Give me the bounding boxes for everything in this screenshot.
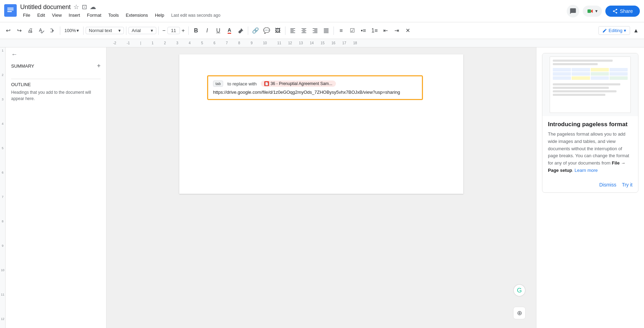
align-left-button[interactable] [288, 25, 298, 36]
menu-view[interactable]: View [49, 12, 64, 19]
font-size-increase[interactable]: + [180, 27, 186, 35]
menu-file[interactable]: File [20, 12, 33, 19]
separator-4 [158, 26, 159, 35]
chip-label: 36 - Prenuptial Agreement Sam... [270, 81, 332, 86]
suggestion-prefix: to replace with [227, 81, 257, 86]
tab-key-hint: tab [213, 81, 223, 87]
editing-mode-button[interactable]: Editing ▾ [598, 26, 630, 35]
bold-button[interactable]: B [191, 25, 201, 36]
menu-help[interactable]: Help [152, 12, 167, 19]
cloud-icon[interactable]: ☁ [90, 3, 96, 11]
undo-button[interactable]: ↩ [3, 25, 13, 36]
doc-title-area: Untitled document ☆ ⊡ ☁ File Edit View I… [20, 3, 567, 19]
svg-rect-3 [7, 11, 12, 12]
bullet-list-button[interactable]: •≡ [358, 25, 369, 36]
preview-line-4 [553, 87, 609, 89]
cell-7 [591, 72, 609, 76]
align-justify-button[interactable] [321, 25, 331, 36]
underline-button[interactable]: U [213, 25, 223, 36]
paint-format-button[interactable] [47, 25, 58, 36]
collapse-toolbar-button[interactable]: ▲ [631, 25, 641, 36]
print-button[interactable]: 🖨 [25, 25, 36, 36]
chat-button[interactable] [567, 5, 579, 17]
folder-icon[interactable]: ⊡ [82, 3, 87, 11]
ruler-content: -2 -1 | 1 2 3 4 5 6 7 8 9 10 11 12 13 14… [110, 41, 644, 45]
doc-title[interactable]: Untitled document [20, 3, 71, 11]
style-select[interactable]: Normal text ▾ [86, 27, 124, 34]
panel-description: The pageless format allows you to add wi… [548, 131, 633, 174]
cell-11 [591, 76, 609, 80]
align-center-button[interactable] [299, 25, 309, 36]
main-area: 12 34 56 78 910 1112 13 ← SUMMARY + OUTL… [0, 47, 644, 328]
menu-row: File Edit View Insert Format Tools Exten… [20, 12, 567, 19]
navigation-button[interactable]: ⊕ [513, 307, 526, 319]
sidebar-summary-section: SUMMARY + [11, 62, 101, 72]
highlight-button[interactable] [235, 25, 246, 36]
svg-rect-1 [7, 8, 14, 9]
menu-tools[interactable]: Tools [105, 12, 121, 19]
svg-rect-0 [4, 4, 17, 17]
align-right-button[interactable] [310, 25, 320, 36]
menu-extensions[interactable]: Extensions [123, 12, 151, 19]
document-page[interactable]: tab to replace with 📄 36 - Prenuptial Ag… [179, 54, 463, 194]
menu-insert[interactable]: Insert [66, 12, 83, 19]
cell-6 [572, 72, 590, 76]
preview-table [553, 68, 628, 80]
preview-line-1 [553, 60, 613, 62]
cell-12 [610, 76, 628, 80]
dismiss-button[interactable]: Dismiss [599, 182, 616, 188]
separator-3 [126, 26, 126, 35]
separator-1 [60, 26, 60, 35]
ruler: -2 -1 | 1 2 3 4 5 6 7 8 9 10 11 12 13 14… [0, 39, 644, 47]
comment-button[interactable]: 💬 [261, 25, 272, 36]
share-button[interactable]: Share [605, 6, 640, 17]
cell-9 [553, 76, 571, 80]
spellcheck-button[interactable] [36, 25, 47, 36]
cell-10 [572, 76, 590, 80]
summary-label: SUMMARY [11, 63, 34, 69]
top-bar: Untitled document ☆ ⊡ ☁ File Edit View I… [0, 0, 644, 22]
style-chevron-icon: ▾ [118, 28, 121, 33]
meet-button[interactable]: ▾ [583, 6, 602, 17]
checklist-button[interactable]: ☑ [347, 25, 358, 36]
clear-formatting-button[interactable]: ✕ [403, 25, 413, 36]
zoom-select[interactable]: 100% ▾ [62, 27, 81, 34]
autocomplete-box[interactable]: tab to replace with 📄 36 - Prenuptial Ag… [207, 75, 423, 100]
left-ruler: 12 34 56 78 910 1112 13 [0, 47, 6, 328]
separator-8 [333, 26, 334, 35]
sidebar-outline-section: OUTLINE Headings that you add to the doc… [11, 82, 101, 102]
drive-doc-icon: 📄 [264, 81, 269, 86]
redo-button[interactable]: ↪ [14, 25, 24, 36]
try-it-button[interactable]: Try it [622, 182, 633, 188]
increase-indent-button[interactable]: ⇥ [392, 25, 402, 36]
separator-6 [248, 26, 248, 35]
grammarly-button[interactable]: G [513, 284, 526, 297]
italic-button[interactable]: I [202, 25, 212, 36]
font-select[interactable]: Arial ▾ [128, 27, 156, 34]
line-spacing-button[interactable]: ≡ [336, 25, 346, 36]
menu-edit[interactable]: Edit [34, 12, 48, 19]
panel-title: Introducing pageless format [548, 121, 633, 128]
text-color-button[interactable]: A [224, 25, 235, 36]
cell-2 [572, 68, 590, 71]
link-button[interactable]: 🔗 [250, 25, 261, 36]
editing-chevron-icon: ▾ [624, 28, 626, 33]
right-panel: Introducing pageless format The pageless… [536, 47, 644, 328]
card-body: Introducing pageless format The pageless… [542, 116, 638, 179]
sidebar-back-button[interactable]: ← [11, 51, 101, 58]
menu-format[interactable]: Format [84, 12, 104, 19]
font-size-decrease[interactable]: − [161, 27, 167, 35]
sidebar: ← SUMMARY + OUTLINE Headings that you ad… [6, 47, 107, 328]
last-edit: Last edit was seconds ago [171, 13, 220, 18]
separator-2 [83, 26, 84, 35]
document-area[interactable]: tab to replace with 📄 36 - Prenuptial Ag… [107, 47, 536, 328]
numbered-list-button[interactable]: 1≡ [369, 25, 380, 36]
image-button[interactable]: 🖼 [273, 25, 283, 36]
learn-more-link[interactable]: Learn more [575, 168, 598, 173]
star-icon[interactable]: ☆ [73, 3, 79, 11]
font-size-value[interactable]: 11 [167, 27, 180, 34]
decrease-indent-button[interactable]: ⇤ [380, 25, 391, 36]
separator-5 [188, 26, 189, 35]
add-summary-button[interactable]: + [97, 62, 101, 70]
autocomplete-url: https://drive.google.com/file/d/1z0eGOqg… [213, 90, 417, 95]
